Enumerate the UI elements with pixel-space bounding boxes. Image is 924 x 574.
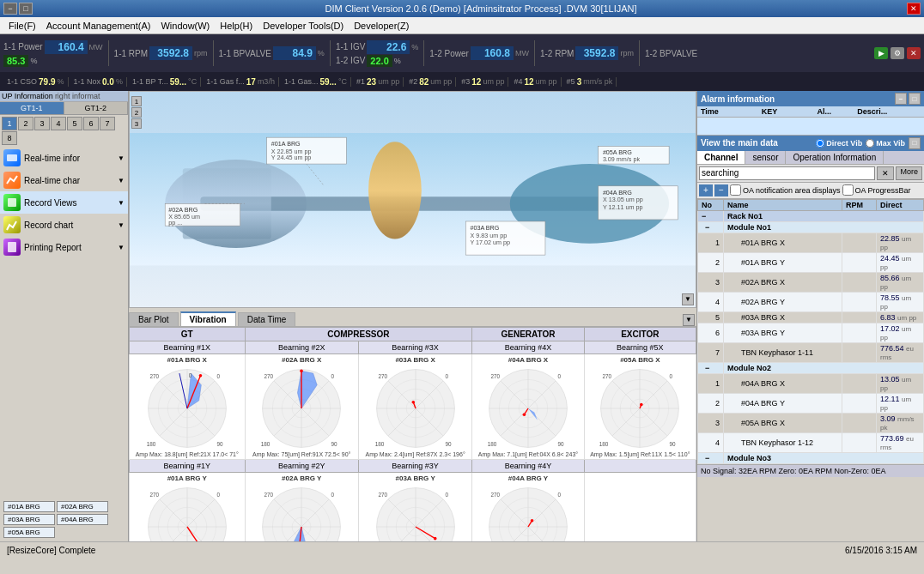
tab-gt12[interactable]: GT1-2 [64,102,129,114]
menu-developer[interactable]: Developer(Z) [349,19,414,33]
number-tabs: 1 2 3 4 5 6 7 8 [0,115,128,147]
row-2-btn[interactable]: 2 [131,107,142,118]
right-panel: Alarm information − □ Time KEY Al... Des… [696,91,924,541]
polar-chart-01y: 270 0 90 180 [144,484,230,542]
num-tab-6[interactable]: 6 [83,117,99,130]
sub-metric-2: #2 82 um pp [405,77,456,87]
status-right: 6/15/2016 3:15 AM [845,546,917,555]
nav-printing-report[interactable]: Printing Report ▼ [0,236,128,258]
polar-03a-x: #03A BRG X [358,353,471,459]
svg-text:270: 270 [490,373,500,379]
tab-gt11[interactable]: GT1-1 [0,102,64,114]
svg-rect-0 [7,154,17,161]
num-tab-3[interactable]: 3 [34,117,50,130]
radio-direct-vib-input[interactable] [816,139,824,148]
menu-file[interactable]: File(F) [3,19,41,33]
table-row: − Module No3 [698,452,924,463]
up-info-label: UP Information [2,92,53,100]
vmd-tab-channel[interactable]: Channel [697,151,745,164]
vmd-tab-operation[interactable]: Operation Information [786,151,884,164]
radio-max-vib-input[interactable] [866,139,874,148]
bearing-05a-btn[interactable]: #05A BRG [3,527,55,538]
more-button[interactable]: More [896,166,922,180]
minimize-button[interactable]: − [3,3,17,15]
sub-metric-3: #3 12 um pp [458,77,508,87]
menu-account[interactable]: Account Management(A) [41,19,156,33]
oa-notification-input[interactable] [730,184,741,196]
expand-icon[interactable]: − [698,210,724,221]
bearing-1y-header: Bearning #1Y [130,459,246,472]
close-icon-btn[interactable]: ✕ [907,47,921,59]
row-1-btn[interactable]: 1 [131,96,142,106]
vmd-collapse-btn[interactable]: □ [909,137,921,149]
record-views-icon [3,194,21,211]
settings-icon-btn[interactable]: ⚙ [891,47,904,59]
num-tab-4[interactable]: 4 [51,117,66,130]
oa-notification-checkbox[interactable]: OA notification area displays [730,184,841,196]
row-3-btn[interactable]: 3 [131,118,142,129]
col-excitor: EXCITOR [584,327,696,341]
gt-tabs: GT1-1 GT1-2 [0,102,128,115]
num-tab-8[interactable]: 8 [2,131,17,145]
svg-text:0: 0 [331,492,335,498]
alarm-minimize-btn[interactable]: − [895,93,907,105]
sub-metric-gas2: 1-1 Gas... 59... °C [281,77,351,87]
expand-icon-3[interactable]: − [698,362,724,373]
table-row: 3 #05A BRG X 3.09 mm/s pk [698,413,924,432]
num-tab-2[interactable]: 2 [18,117,33,130]
expand-icon-2[interactable]: − [698,221,724,233]
oa-progress-input[interactable] [842,184,854,196]
num-tab-7[interactable]: 7 [100,117,115,130]
green-icon-btn[interactable]: ▶ [874,47,888,59]
bearing-03a-btn[interactable]: #03A BRG [3,514,55,525]
metric-bpvalve-12: 1-2 BPVALVE [645,49,697,58]
add-btn[interactable]: + [699,184,713,196]
maximize-button[interactable]: □ [19,3,33,15]
polar-chart-05x: 270 0 90 180 [597,366,683,451]
radio-direct-vib[interactable]: Direct Vib [816,139,862,148]
table-row: 4 TBN Keyphasor 1-12 773.69 eu rms [698,432,924,452]
menu-devtools[interactable]: Developer Tools(D) [258,19,349,33]
svg-rect-1 [8,198,16,207]
alarm-collapse-btn[interactable]: □ [909,93,921,105]
nav-record-views[interactable]: Record Views ▼ [0,191,128,214]
chart-area[interactable]: GT COMPRESSOR GENERATOR EXCITOR Bearning… [129,327,696,542]
nav-realtime-info[interactable]: Real-time infor ▼ [0,147,128,169]
menu-help[interactable]: Help(H) [215,19,258,33]
menu-window[interactable]: Window(W) [155,19,215,33]
svg-text:270: 270 [378,373,387,379]
metric-power-12: 1-2 Power 160.8 MW [429,46,529,60]
search-input[interactable] [699,166,875,180]
bearing-04a-btn[interactable]: #04A BRG [57,514,108,525]
svg-text:0: 0 [445,492,448,498]
tab-vibration[interactable]: Vibration [180,311,236,326]
radio-max-vib[interactable]: Max Vib [866,139,905,148]
num-tab-1[interactable]: 1 [2,117,17,130]
bearing-03a-label: #03A BRG [8,516,40,523]
remove-btn[interactable]: − [714,184,728,196]
bearing-01a-btn[interactable]: #01A BRG [3,501,55,512]
rack-name: Rack No1 [724,210,924,221]
close-button[interactable]: ✕ [907,3,921,15]
sub-metric-1: #1 23 um pp [353,77,404,87]
svg-text:3.09 mm/s pk: 3.09 mm/s pk [603,155,641,163]
svg-point-157 [531,518,534,522]
chart-collapse-btn[interactable]: ▼ [683,314,695,326]
oa-progress-checkbox[interactable]: OA ProgressBar [842,184,911,196]
bearing-02a-btn[interactable]: #02A BRG [57,501,108,512]
num-tab-5[interactable]: 5 [67,117,82,130]
svg-point-100 [640,402,643,406]
menu-bar: File(F) Account Management(A) Window(W) … [0,17,924,34]
tab-bar-plot[interactable]: Bar Plot [129,312,179,326]
view-collapse-btn[interactable]: ▼ [682,293,694,305]
nav-realtime-info-label: Real-time infor [24,154,80,163]
sub-metric-cso: 1-1 CSO 79.9 % [3,77,69,87]
expand-icon-4[interactable]: − [698,452,724,463]
nav-realtime-chart[interactable]: Real-time char ▼ [0,169,128,191]
search-clear-btn[interactable]: ✕ [877,166,894,180]
nav-record-chart[interactable]: Record chart ▼ [0,214,128,236]
svg-text:270: 270 [378,492,387,498]
tab-data-time[interactable]: Data Time [238,312,296,326]
table-row: 1 #04A BRG X 13.05 um pp [698,373,924,393]
vmd-tab-sensor[interactable]: sensor [745,151,786,164]
